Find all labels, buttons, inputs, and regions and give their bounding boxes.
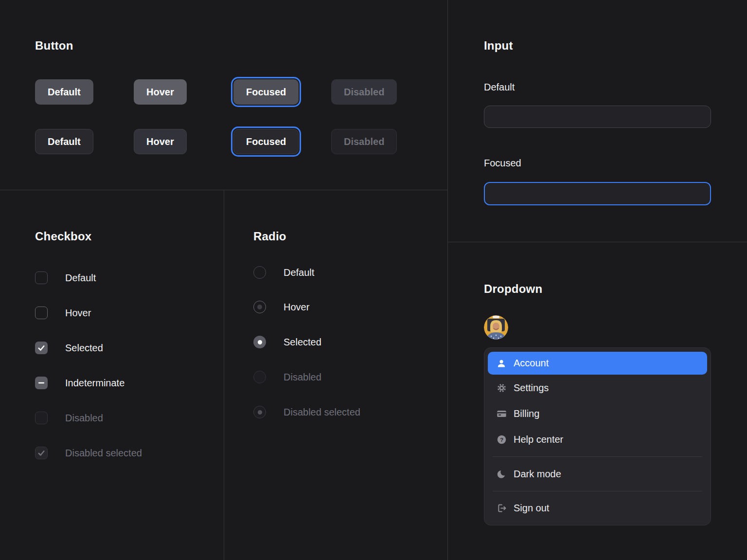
checkbox-label: Default bbox=[65, 272, 96, 284]
radio-item: Disabled bbox=[253, 371, 321, 383]
button-secondary-hover[interactable]: Hover bbox=[134, 129, 187, 154]
radio-label: Disabled selected bbox=[284, 407, 360, 418]
button-focused[interactable]: Focused bbox=[233, 79, 299, 105]
dropdown-section-title: Dropdown bbox=[484, 282, 542, 296]
user-icon bbox=[496, 358, 507, 369]
menu-item-label: Dark mode bbox=[514, 469, 561, 480]
text-input-default[interactable] bbox=[484, 106, 711, 128]
menu-item-label: Settings bbox=[514, 382, 549, 394]
button-secondary-disabled: Disabled bbox=[331, 129, 397, 154]
checkmark-icon bbox=[37, 343, 46, 352]
horizontal-divider bbox=[448, 242, 747, 242]
radio-disabled-selected bbox=[253, 406, 266, 418]
menu-item-help-center[interactable]: ? Help center bbox=[488, 427, 707, 452]
radio-item: Disabled selected bbox=[253, 406, 360, 418]
menu-divider bbox=[493, 491, 702, 491]
indeterminate-dash-icon bbox=[37, 379, 46, 387]
radio-item: Selected bbox=[253, 336, 321, 348]
checkbox-hover[interactable] bbox=[35, 307, 48, 319]
checkbox-selected[interactable] bbox=[35, 342, 48, 354]
checkbox-disabled-selected bbox=[35, 447, 48, 459]
radio-label: Default bbox=[284, 267, 314, 278]
checkbox-section-title: Checkbox bbox=[35, 230, 91, 243]
checkbox-label: Indeterminate bbox=[65, 378, 124, 389]
avatar-image bbox=[484, 315, 508, 340]
text-input-focused[interactable] bbox=[484, 182, 711, 205]
checkmark-icon bbox=[37, 449, 46, 457]
checkbox-indeterminate[interactable] bbox=[35, 377, 48, 389]
help-icon: ? bbox=[496, 434, 507, 445]
gear-icon bbox=[496, 382, 507, 393]
button-secondary-default[interactable]: Default bbox=[35, 129, 93, 154]
menu-item-label: Help center bbox=[514, 434, 563, 445]
radio-hover[interactable] bbox=[253, 301, 266, 313]
dropdown-menu: Account Settings Billing bbox=[484, 347, 711, 525]
radio-item: Default bbox=[253, 266, 314, 279]
checkbox-item: Selected bbox=[35, 342, 103, 354]
checkbox-item: Disabled selected bbox=[35, 447, 142, 459]
checkbox-label: Selected bbox=[65, 343, 103, 354]
button-section-title: Button bbox=[35, 39, 73, 53]
radio-disabled bbox=[253, 371, 266, 383]
radio-label: Selected bbox=[284, 337, 321, 348]
checkbox-label: Disabled bbox=[65, 413, 103, 424]
checkbox-default[interactable] bbox=[35, 271, 48, 284]
checkbox-item: Default bbox=[35, 271, 96, 284]
vertical-divider bbox=[447, 0, 448, 560]
checkbox-item: Hover bbox=[35, 307, 91, 319]
radio-selected[interactable] bbox=[253, 336, 266, 348]
credit-card-icon bbox=[496, 408, 507, 419]
radio-default[interactable] bbox=[253, 266, 266, 279]
checkbox-label: Hover bbox=[65, 307, 91, 319]
menu-item-billing[interactable]: Billing bbox=[488, 401, 707, 427]
button-hover[interactable]: Hover bbox=[134, 79, 187, 105]
component-library-page: Button Default Hover Focused Disabled De… bbox=[0, 0, 747, 560]
menu-item-sign-out[interactable]: Sign out bbox=[488, 495, 707, 521]
radio-label: Hover bbox=[284, 302, 309, 313]
radio-label: Disabled bbox=[284, 372, 321, 383]
checkbox-label: Disabled selected bbox=[65, 448, 142, 459]
button-secondary-focused[interactable]: Focused bbox=[233, 129, 299, 154]
menu-item-dark-mode[interactable]: Dark mode bbox=[488, 461, 707, 487]
input-focused-label: Focused bbox=[484, 158, 521, 169]
vertical-divider bbox=[224, 190, 224, 560]
input-default-label: Default bbox=[484, 82, 515, 93]
radio-item: Hover bbox=[253, 301, 309, 313]
menu-item-settings[interactable]: Settings bbox=[488, 375, 707, 400]
menu-item-label: Account bbox=[514, 358, 549, 369]
avatar[interactable] bbox=[484, 315, 508, 340]
button-default[interactable]: Default bbox=[35, 79, 93, 105]
checkbox-disabled bbox=[35, 412, 48, 424]
moon-icon bbox=[496, 469, 507, 479]
menu-item-account[interactable]: Account bbox=[488, 352, 707, 375]
menu-divider bbox=[493, 456, 702, 457]
checkbox-item: Indeterminate bbox=[35, 377, 124, 389]
sign-out-icon bbox=[496, 503, 507, 513]
input-section-title: Input bbox=[484, 39, 513, 53]
button-disabled: Disabled bbox=[331, 79, 397, 105]
svg-text:?: ? bbox=[499, 436, 503, 443]
radio-section-title: Radio bbox=[253, 230, 286, 243]
menu-item-label: Billing bbox=[514, 408, 539, 419]
checkbox-item: Disabled bbox=[35, 412, 103, 424]
menu-item-label: Sign out bbox=[514, 503, 549, 514]
